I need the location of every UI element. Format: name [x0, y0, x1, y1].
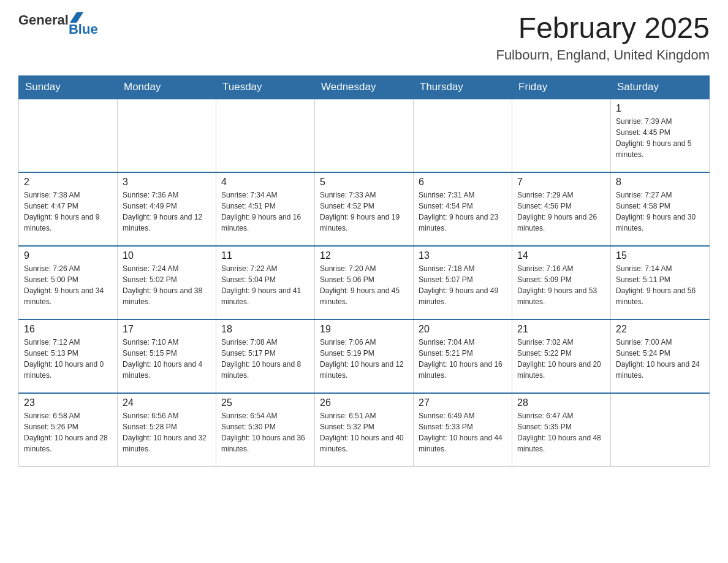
- calendar-cell: 19Sunrise: 7:06 AM Sunset: 5:19 PM Dayli…: [315, 320, 414, 393]
- day-number: 17: [123, 324, 211, 335]
- calendar-cell: 13Sunrise: 7:18 AM Sunset: 5:07 PM Dayli…: [414, 246, 512, 320]
- day-number: 23: [24, 397, 112, 408]
- day-number: 3: [123, 177, 211, 188]
- column-header-sunday: Sunday: [19, 75, 118, 99]
- day-info: Sunrise: 7:06 AM Sunset: 5:19 PM Dayligh…: [320, 337, 408, 381]
- logo-general-text: General: [18, 12, 69, 28]
- calendar-cell: 28Sunrise: 6:47 AM Sunset: 5:35 PM Dayli…: [512, 393, 611, 467]
- day-number: 24: [123, 397, 211, 408]
- day-info: Sunrise: 6:49 AM Sunset: 5:33 PM Dayligh…: [419, 410, 507, 454]
- calendar-cell: 21Sunrise: 7:02 AM Sunset: 5:22 PM Dayli…: [512, 320, 611, 393]
- calendar-cell: [414, 99, 512, 172]
- day-number: 6: [419, 177, 507, 188]
- day-number: 2: [24, 177, 112, 188]
- calendar-cell: 15Sunrise: 7:14 AM Sunset: 5:11 PM Dayli…: [611, 246, 710, 320]
- day-info: Sunrise: 7:24 AM Sunset: 5:02 PM Dayligh…: [123, 263, 211, 307]
- calendar-cell: [216, 99, 315, 172]
- day-info: Sunrise: 7:31 AM Sunset: 4:54 PM Dayligh…: [419, 190, 507, 234]
- calendar-cell: 12Sunrise: 7:20 AM Sunset: 5:06 PM Dayli…: [315, 246, 414, 320]
- calendar-cell: 20Sunrise: 7:04 AM Sunset: 5:21 PM Dayli…: [414, 320, 512, 393]
- logo-blue-part: Blue: [69, 12, 98, 37]
- calendar-table: SundayMondayTuesdayWednesdayThursdayFrid…: [18, 75, 710, 467]
- day-info: Sunrise: 7:02 AM Sunset: 5:22 PM Dayligh…: [517, 337, 605, 381]
- calendar-cell: 24Sunrise: 6:56 AM Sunset: 5:28 PM Dayli…: [118, 393, 216, 467]
- calendar-cell: 18Sunrise: 7:08 AM Sunset: 5:17 PM Dayli…: [216, 320, 315, 393]
- day-info: Sunrise: 7:04 AM Sunset: 5:21 PM Dayligh…: [419, 337, 507, 381]
- day-info: Sunrise: 7:36 AM Sunset: 4:49 PM Dayligh…: [123, 190, 211, 234]
- calendar-cell: 22Sunrise: 7:00 AM Sunset: 5:24 PM Dayli…: [611, 320, 710, 393]
- day-info: Sunrise: 6:47 AM Sunset: 5:35 PM Dayligh…: [517, 410, 605, 454]
- day-number: 19: [320, 324, 408, 335]
- calendar-cell: [512, 99, 611, 172]
- day-info: Sunrise: 7:22 AM Sunset: 5:04 PM Dayligh…: [221, 263, 309, 307]
- day-number: 5: [320, 177, 408, 188]
- day-number: 12: [320, 250, 408, 261]
- day-number: 28: [517, 397, 605, 408]
- day-number: 14: [517, 250, 605, 261]
- day-info: Sunrise: 7:29 AM Sunset: 4:56 PM Dayligh…: [517, 190, 605, 234]
- day-number: 8: [616, 177, 704, 188]
- calendar-cell: 7Sunrise: 7:29 AM Sunset: 4:56 PM Daylig…: [512, 172, 611, 246]
- day-number: 18: [221, 324, 309, 335]
- calendar-cell: 8Sunrise: 7:27 AM Sunset: 4:58 PM Daylig…: [611, 172, 710, 246]
- calendar-cell: 23Sunrise: 6:58 AM Sunset: 5:26 PM Dayli…: [19, 393, 118, 467]
- calendar-title: February 2025: [496, 12, 710, 45]
- day-info: Sunrise: 7:08 AM Sunset: 5:17 PM Dayligh…: [221, 337, 309, 381]
- day-info: Sunrise: 7:34 AM Sunset: 4:51 PM Dayligh…: [221, 190, 309, 234]
- day-info: Sunrise: 6:56 AM Sunset: 5:28 PM Dayligh…: [123, 410, 211, 454]
- column-header-friday: Friday: [512, 75, 611, 99]
- day-number: 25: [221, 397, 309, 408]
- calendar-cell: 25Sunrise: 6:54 AM Sunset: 5:30 PM Dayli…: [216, 393, 315, 467]
- day-info: Sunrise: 7:18 AM Sunset: 5:07 PM Dayligh…: [419, 263, 507, 307]
- calendar-cell: 10Sunrise: 7:24 AM Sunset: 5:02 PM Dayli…: [118, 246, 216, 320]
- week-row-1: 1Sunrise: 7:39 AM Sunset: 4:45 PM Daylig…: [19, 99, 710, 172]
- calendar-cell: [611, 393, 710, 467]
- logo: General Blue: [18, 12, 98, 37]
- column-header-thursday: Thursday: [414, 75, 512, 99]
- column-header-tuesday: Tuesday: [216, 75, 315, 99]
- column-header-saturday: Saturday: [611, 75, 710, 99]
- calendar-cell: 5Sunrise: 7:33 AM Sunset: 4:52 PM Daylig…: [315, 172, 414, 246]
- day-number: 26: [320, 397, 408, 408]
- day-info: Sunrise: 7:14 AM Sunset: 5:11 PM Dayligh…: [616, 263, 704, 307]
- day-number: 10: [123, 250, 211, 261]
- day-info: Sunrise: 7:39 AM Sunset: 4:45 PM Dayligh…: [616, 116, 704, 160]
- day-number: 4: [221, 177, 309, 188]
- day-info: Sunrise: 7:00 AM Sunset: 5:24 PM Dayligh…: [616, 337, 704, 381]
- day-number: 27: [419, 397, 507, 408]
- day-number: 9: [24, 250, 112, 261]
- calendar-cell: 26Sunrise: 6:51 AM Sunset: 5:32 PM Dayli…: [315, 393, 414, 467]
- day-number: 22: [616, 324, 704, 335]
- day-number: 15: [616, 250, 704, 261]
- day-number: 13: [419, 250, 507, 261]
- title-section: February 2025 Fulbourn, England, United …: [496, 12, 710, 63]
- calendar-cell: 4Sunrise: 7:34 AM Sunset: 4:51 PM Daylig…: [216, 172, 315, 246]
- day-number: 11: [221, 250, 309, 261]
- calendar-cell: 17Sunrise: 7:10 AM Sunset: 5:15 PM Dayli…: [118, 320, 216, 393]
- day-info: Sunrise: 7:10 AM Sunset: 5:15 PM Dayligh…: [123, 337, 211, 381]
- day-info: Sunrise: 6:51 AM Sunset: 5:32 PM Dayligh…: [320, 410, 408, 454]
- calendar-cell: [315, 99, 414, 172]
- day-number: 21: [517, 324, 605, 335]
- page-header: General Blue February 2025 Fulbourn, Eng…: [18, 12, 710, 63]
- calendar-header-row: SundayMondayTuesdayWednesdayThursdayFrid…: [19, 75, 710, 99]
- day-number: 16: [24, 324, 112, 335]
- logo-blue-text: Blue: [69, 21, 98, 37]
- day-number: 20: [419, 324, 507, 335]
- column-header-monday: Monday: [118, 75, 216, 99]
- column-header-wednesday: Wednesday: [315, 75, 414, 99]
- day-info: Sunrise: 7:12 AM Sunset: 5:13 PM Dayligh…: [24, 337, 112, 381]
- week-row-4: 16Sunrise: 7:12 AM Sunset: 5:13 PM Dayli…: [19, 320, 710, 393]
- calendar-cell: 2Sunrise: 7:38 AM Sunset: 4:47 PM Daylig…: [19, 172, 118, 246]
- calendar-subtitle: Fulbourn, England, United Kingdom: [496, 47, 710, 63]
- calendar-cell: 6Sunrise: 7:31 AM Sunset: 4:54 PM Daylig…: [414, 172, 512, 246]
- day-info: Sunrise: 6:54 AM Sunset: 5:30 PM Dayligh…: [221, 410, 309, 454]
- day-info: Sunrise: 7:26 AM Sunset: 5:00 PM Dayligh…: [24, 263, 112, 307]
- day-info: Sunrise: 7:33 AM Sunset: 4:52 PM Dayligh…: [320, 190, 408, 234]
- calendar-cell: 14Sunrise: 7:16 AM Sunset: 5:09 PM Dayli…: [512, 246, 611, 320]
- day-number: 1: [616, 103, 704, 114]
- calendar-cell: [19, 99, 118, 172]
- calendar-cell: 9Sunrise: 7:26 AM Sunset: 5:00 PM Daylig…: [19, 246, 118, 320]
- calendar-cell: [118, 99, 216, 172]
- day-info: Sunrise: 6:58 AM Sunset: 5:26 PM Dayligh…: [24, 410, 112, 454]
